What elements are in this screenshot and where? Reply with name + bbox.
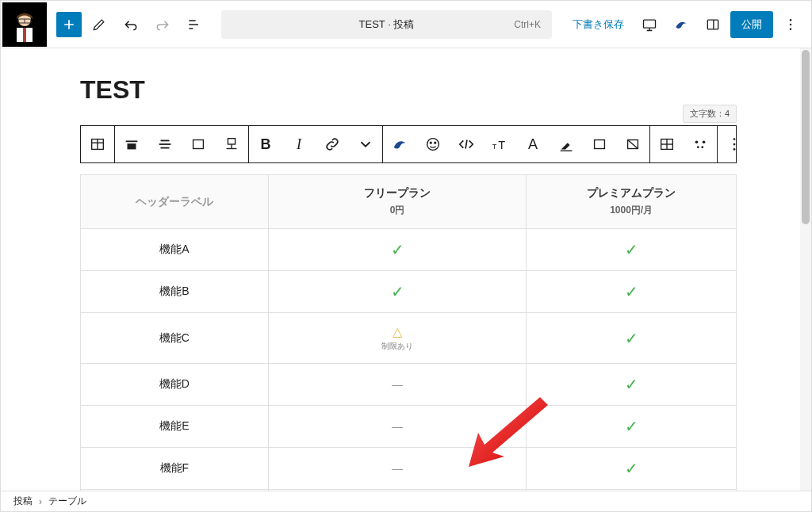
publish-button[interactable]: 公開 [730,11,773,38]
triangle-icon: △ [277,324,519,339]
premium-cell[interactable]: ✓ [527,448,737,490]
feature-label-cell[interactable]: 機能E [81,406,269,448]
align-button[interactable] [115,126,148,162]
save-draft-button[interactable]: 下書き保存 [565,17,632,32]
premium-cell[interactable]: ✓ [527,406,737,448]
svg-rect-20 [193,140,204,149]
free-cell[interactable]: ✓ [268,271,527,313]
preview-desktop-icon[interactable] [635,10,664,39]
svg-point-24 [427,139,439,151]
svg-rect-5 [23,28,26,42]
editor-topbar: TEST · 投稿 Ctrl+K 下書き保存 公開 [1,1,811,48]
plan-free-header[interactable]: フリープラン 0円 [268,175,527,229]
table-row[interactable]: 機能E—✓ [81,406,737,448]
document-title: TEST · 投稿 [359,17,415,32]
swell-icon-button[interactable] [383,126,416,162]
edit-mode-button[interactable] [85,10,113,39]
svg-point-10 [790,23,792,25]
post-title[interactable]: TEST [80,75,737,105]
undo-button[interactable] [117,10,145,39]
premium-cell[interactable]: ✓ [527,313,737,364]
background-button[interactable] [583,126,616,162]
emoji-button[interactable] [416,126,450,162]
svg-point-41 [733,138,736,140]
check-icon: ✓ [625,376,638,393]
feature-label-cell[interactable]: 機能D [81,364,269,406]
table-row[interactable]: 機能C△制限あり✓ [81,313,737,364]
feature-label-cell[interactable]: 機能F [81,448,269,490]
premium-cell[interactable]: ✓ [527,271,737,313]
block-toolbar: B I TT A [80,125,737,163]
free-cell[interactable]: — [268,364,527,406]
block-breadcrumb: 投稿 › テーブル [1,491,811,511]
column-width-button[interactable] [182,126,215,162]
check-icon: ✓ [391,283,404,300]
table-row[interactable]: 機能F—✓ [81,448,737,490]
table-row[interactable]: 機能B✓✓ [81,271,737,313]
premium-cell[interactable]: ✓ [527,229,737,271]
svg-point-9 [790,18,792,21]
breadcrumb-separator-icon: › [39,496,42,507]
theme-swell-icon[interactable] [667,10,695,39]
svg-point-11 [790,28,792,30]
block-type-table-icon[interactable] [81,126,114,162]
avatar-icon [7,7,42,42]
editor-canvas[interactable]: TEST 文字数：4 B I [1,48,800,491]
svg-point-37 [695,140,699,143]
free-cell[interactable]: — [268,448,527,490]
svg-text:T: T [498,139,505,151]
table-style-button[interactable] [215,126,248,162]
check-icon: ✓ [625,283,638,300]
command-shortcut: Ctrl+K [514,19,541,30]
italic-button[interactable]: I [282,126,316,162]
limit-note: 制限あり [277,341,519,352]
feature-label-cell[interactable]: 機能A [81,229,269,271]
svg-rect-7 [707,20,718,29]
more-rich-text-button[interactable] [349,126,382,162]
code-button[interactable] [450,126,483,162]
check-icon: ✓ [625,330,638,347]
document-overview-button[interactable] [180,10,209,39]
svg-point-39 [697,146,699,148]
bold-button[interactable]: B [249,126,282,162]
svg-text:T: T [492,143,497,151]
clear-format-button[interactable] [616,126,649,162]
more-options-button[interactable] [776,10,805,39]
scrollbar-thumb[interactable] [802,50,810,224]
text-color-button[interactable]: A [516,126,550,162]
feature-label-cell[interactable]: 機能C [81,313,269,364]
cell-align-button[interactable] [148,126,182,162]
feature-label-cell[interactable]: 機能B [81,271,269,313]
free-cell[interactable]: △制限あり [268,313,527,364]
document-bar[interactable]: TEST · 投稿 Ctrl+K [221,10,552,39]
highlight-button[interactable] [550,126,583,162]
sidebar-toggle-button[interactable] [699,10,727,39]
svg-rect-6 [644,20,656,28]
pricing-table[interactable]: ヘッダーラベル フリープラン 0円 プレミアムプラン 1000円/月 機能A✓✓… [80,174,737,491]
table-row[interactable]: 機能A✓✓ [81,229,737,271]
link-button[interactable] [316,126,349,162]
svg-point-25 [430,142,431,143]
table-edit-button[interactable] [650,126,684,162]
premium-cell[interactable]: ✓ [527,364,737,406]
breadcrumb-current[interactable]: テーブル [48,495,86,508]
redo-button[interactable] [148,10,177,39]
svg-rect-31 [595,140,605,149]
header-label-cell[interactable]: ヘッダーラベル [81,175,269,229]
character-count-badge: 文字数：4 [683,105,737,123]
table-row[interactable]: 機能D—✓ [81,364,737,406]
svg-line-33 [628,140,638,149]
breadcrumb-root[interactable]: 投稿 [13,495,33,508]
add-block-button[interactable] [56,12,82,37]
vertical-scrollbar[interactable] [800,48,811,491]
check-icon: ✓ [625,241,638,258]
plan-premium-header[interactable]: プレミアムプラン 1000円/月 [527,175,737,229]
free-cell[interactable]: ✓ [268,229,527,271]
svg-point-40 [701,146,703,148]
free-cell[interactable]: — [268,406,527,448]
svg-rect-21 [228,139,235,144]
font-size-button[interactable]: TT [483,126,516,162]
block-more-options-button[interactable] [718,126,751,162]
cell-icon-button[interactable] [684,126,717,162]
site-avatar[interactable] [2,2,47,47]
